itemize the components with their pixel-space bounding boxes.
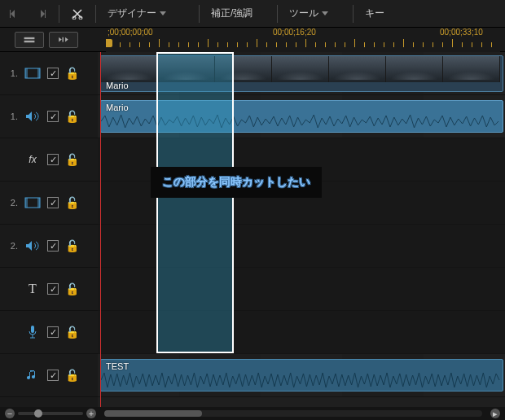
chevron-down-icon [322,11,328,15]
svg-rect-10 [31,326,34,333]
svg-rect-8 [25,198,28,208]
audio-clip[interactable]: Mario [100,100,503,133]
music-icon [24,369,41,382]
track-visible-checkbox[interactable]: ✓ [47,68,59,79]
key-menu[interactable]: キー [360,3,389,24]
view-mode-2-button[interactable] [49,32,78,48]
track-visible-checkbox[interactable]: ✓ [47,370,59,381]
correction-menu[interactable]: 補正/強調 [206,3,257,24]
track-header-audio-2[interactable]: 2. ✓ 🔓 [0,225,98,268]
lock-icon[interactable]: 🔓 [65,239,79,252]
clip-label: TEST [106,361,129,371]
playhead-line[interactable] [100,52,101,410]
lock-icon[interactable]: 🔓 [65,67,79,80]
track-row-video-1[interactable]: Mario [98,52,505,95]
track-visible-checkbox[interactable]: ✓ [47,326,59,338]
controls-row: ;00;00;00;00 00;00;16;20 00;00;33;10 [0,28,505,52]
lock-icon[interactable]: 🔓 [65,369,79,382]
track-visible-checkbox[interactable]: ✓ [47,154,59,165]
correction-label: 補正/強調 [211,7,253,20]
lock-icon[interactable]: 🔓 [65,282,79,295]
track-row-audio-1[interactable]: Mario [98,95,505,138]
horizontal-scrollbar[interactable]: − + ▸ [0,407,505,420]
designer-menu[interactable]: デザイナー [103,3,171,24]
video-icon [24,196,41,209]
scrollbar-thumb[interactable] [104,410,202,417]
scrollbar-track[interactable] [104,410,482,417]
track-header-music[interactable]: ✓ 🔓 [0,354,98,397]
main-toolbar: デザイナー 補正/強調 ツール キー [0,0,505,28]
playhead-indicator[interactable] [106,39,112,47]
zoom-slider[interactable] [18,412,83,415]
svg-rect-3 [24,40,35,42]
track-header-video-2[interactable]: 2. ✓ 🔓 [0,182,98,225]
track-header-voice[interactable]: ✓ 🔓 [0,311,98,354]
lock-icon[interactable]: 🔓 [65,326,79,339]
track-visible-checkbox[interactable]: ✓ [47,283,59,295]
track-header-audio-1[interactable]: 1. ✓ 🔓 [0,95,98,138]
designer-label: デザイナー [108,7,156,20]
annotation-text: この部分を同時カットしたい [162,175,310,188]
track-row-voice[interactable] [98,311,505,354]
track-header-video-1[interactable]: 1. ✓ 🔓 [0,52,98,95]
video-icon [24,67,41,80]
key-label: キー [365,7,384,20]
svg-rect-5 [25,68,28,78]
snap-left-button[interactable] [3,5,26,23]
waveform-icon [101,112,503,130]
tool-label: ツール [289,7,318,20]
track-row-music[interactable]: TEST [98,354,505,397]
tool-menu[interactable]: ツール [284,3,333,24]
view-mode-1-button[interactable] [15,32,44,48]
fx-icon: fx [24,153,41,166]
annotation-callout: この部分を同時カットしたい [151,167,322,198]
zoom-out-button[interactable]: − [5,409,15,418]
tracks-area: 1. ✓ 🔓 1. ✓ 🔓 fx ✓ 🔓 2. ✓ [0,52,505,410]
waveform-icon [101,371,503,389]
chevron-down-icon [160,11,166,15]
track-header-fx[interactable]: fx ✓ 🔓 [0,138,98,182]
clip-label: Mario [106,81,129,90]
speaker-icon [24,239,41,252]
ruler-time-2: 00;00;33;10 [440,28,483,37]
clip-label: Mario [106,103,129,112]
ruler-time-1: 00;00;16;20 [273,28,316,37]
microphone-icon [24,326,41,339]
snap-right-button[interactable] [29,5,52,23]
timeline-ruler[interactable]: ;00;00;00;00 00;00;16;20 00;00;33;10 [106,28,500,52]
svg-rect-2 [24,37,35,38]
zoom-in-button[interactable]: + [86,409,96,418]
ruler-time-0: ;00;00;00;00 [108,28,153,37]
cut-button[interactable] [66,5,89,23]
svg-rect-6 [37,68,40,78]
track-visible-checkbox[interactable]: ✓ [47,111,59,122]
video-clip[interactable]: Mario [100,55,503,92]
lock-icon[interactable]: 🔓 [65,153,79,166]
track-visible-checkbox[interactable]: ✓ [47,240,59,252]
scroll-right-button[interactable]: ▸ [490,409,500,418]
lock-icon[interactable]: 🔓 [65,110,79,123]
track-row-audio-2[interactable] [98,225,505,268]
music-clip[interactable]: TEST [100,359,503,392]
track-header-title[interactable]: T ✓ 🔓 [0,268,98,311]
track-headers: 1. ✓ 🔓 1. ✓ 🔓 fx ✓ 🔓 2. ✓ [0,52,98,410]
track-visible-checkbox[interactable]: ✓ [47,197,59,208]
timeline-tracks[interactable]: Mario Mario TEST [98,52,505,410]
track-row-title[interactable] [98,268,505,311]
title-icon: T [24,282,41,295]
speaker-icon [24,110,41,123]
svg-rect-9 [37,198,40,208]
lock-icon[interactable]: 🔓 [65,196,79,209]
